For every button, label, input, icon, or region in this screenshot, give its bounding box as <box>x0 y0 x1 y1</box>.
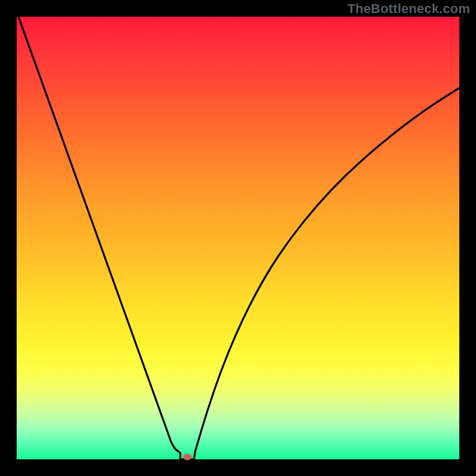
watermark-text: TheBottleneck.com <box>347 1 470 17</box>
chart-frame: TheBottleneck.com <box>0 0 476 476</box>
bottleneck-curve <box>17 17 459 459</box>
curve-left-branch <box>18 17 180 459</box>
curve-right-branch <box>194 88 459 459</box>
optimum-marker-dot <box>183 454 192 461</box>
plot-area <box>17 17 459 459</box>
